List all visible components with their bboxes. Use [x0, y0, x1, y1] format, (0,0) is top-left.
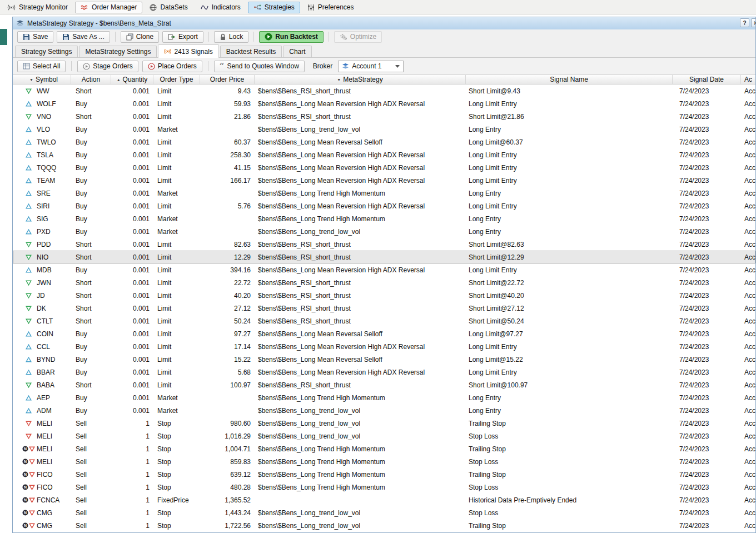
- toolbar-separator: [253, 32, 254, 42]
- order-price-cell: 859.83: [200, 458, 255, 466]
- buy-signal-icon: [26, 165, 32, 171]
- table-row[interactable]: NCMGSell1Stop1,722.56$bens\$Bens_Long_tr…: [13, 519, 755, 532]
- tab-label: Strategy Settings: [21, 48, 72, 56]
- place-orders-button[interactable]: Place Orders: [142, 61, 202, 72]
- table-row[interactable]: BBARBuy0.001Limit5.68$bens\$Bens_Long Me…: [13, 366, 755, 378]
- signal-type-icon: N: [22, 459, 34, 465]
- table-row[interactable]: TWLOBuy0.001Limit60.37$bens\$Bens_Long M…: [13, 136, 755, 148]
- lock-label: Lock: [229, 33, 243, 41]
- table-row[interactable]: TQQQBuy0.001Limit41.15$bens\$Bens_Long M…: [13, 161, 755, 174]
- lock-button[interactable]: Lock: [214, 31, 248, 43]
- column-header-quantity[interactable]: ▲Quantity: [111, 75, 153, 84]
- symbol-text: JD: [37, 292, 45, 300]
- signal-type-icon: N: [22, 446, 34, 452]
- table-row[interactable]: BYNDBuy0.001Limit15.22$bens\$Bens_Long M…: [13, 353, 755, 366]
- optimize-button[interactable]: Optimize: [334, 31, 382, 43]
- column-header-signal-name[interactable]: Signal Name: [466, 75, 673, 84]
- table-row[interactable]: MELISell1Stop980.60$bens\$Bens_Long_tren…: [13, 417, 755, 430]
- table-row[interactable]: NFICOSell1Stop480.28$bens\$Bens_Long Tre…: [13, 481, 755, 494]
- select-all-button[interactable]: Select All: [17, 61, 66, 72]
- nav-datasets[interactable]: DataSets: [144, 2, 193, 13]
- nav-order-manager[interactable]: Order Manager: [75, 2, 142, 13]
- tab-strategy-settings[interactable]: Strategy Settings: [15, 46, 78, 57]
- table-row[interactable]: SREBuy0.001Market$bens\$Bens_Long Trend …: [13, 187, 755, 200]
- nav-indicators[interactable]: Indicators: [195, 2, 246, 13]
- table-row[interactable]: WWShort0.001Limit9.43$bens\$Bens_RSI_sho…: [13, 84, 755, 97]
- nav-strategy-monitor[interactable]: Strategy Monitor: [2, 2, 73, 13]
- clone-button[interactable]: Clone: [121, 31, 159, 43]
- table-row[interactable]: BABAShort0.001Limit100.97$bens\$Bens_RSI…: [13, 378, 755, 391]
- table-row[interactable]: VNOShort0.001Limit21.86$bens\$Bens_RSI_s…: [13, 110, 755, 123]
- table-row[interactable]: NIOShort0.001Limit12.29$bens\$Bens_RSI_s…: [13, 251, 755, 263]
- table-row[interactable]: TEAMBuy0.001Limit166.17$bens\$Bens_Long …: [13, 174, 755, 187]
- table-row[interactable]: MELISell1Stop1,016.29$bens\$Bens_Long_tr…: [13, 430, 755, 442]
- symbol-cell: NMELI: [17, 458, 71, 466]
- table-row[interactable]: CTLTShort0.001Limit50.24$bens\$Bens_RSI_…: [13, 315, 755, 327]
- column-header-signal-date[interactable]: Signal Date: [673, 75, 741, 84]
- metastrategy-cell: $bens\$Bens_RSI_short_thrust: [255, 292, 466, 300]
- quantity-cell: 0.001: [111, 215, 153, 223]
- symbol-cell: NIO: [17, 253, 71, 261]
- column-header-action[interactable]: Action: [71, 75, 111, 84]
- table-row[interactable]: WOLFBuy0.001Limit59.93$bens\$Bens_Long M…: [13, 97, 755, 110]
- table-row[interactable]: SIGBuy0.001Market$bens\$Bens_Long Trend …: [13, 212, 755, 225]
- table-row[interactable]: ADMBuy0.001Market$bens\$Bens_Long_trend_…: [13, 404, 755, 417]
- help-button[interactable]: ?: [740, 18, 749, 27]
- metastrategy-cell: $bens\$Bens_Long Mean Reversion High ADX…: [255, 343, 466, 351]
- table-row[interactable]: JDShort0.001Limit40.20$bens\$Bens_RSI_sh…: [13, 289, 755, 302]
- column-header-ac[interactable]: Ac: [741, 75, 756, 84]
- symbol-cell: NFICO: [17, 471, 71, 479]
- quantity-cell: 1: [111, 496, 153, 504]
- table-row[interactable]: NMELISell1Stop1,004.71$bens\$Bens_Long T…: [13, 442, 755, 455]
- table-row[interactable]: TSLABuy0.001Limit258.30$bens\$Bens_Long …: [13, 148, 755, 161]
- table-row[interactable]: PXDBuy0.001Market$bens\$Bens_Long_trend_…: [13, 225, 755, 238]
- table-row[interactable]: COINBuy0.001Limit97.27$bens\$Bens_Long M…: [13, 327, 755, 340]
- table-row[interactable]: PDDShort0.001Limit82.63$bens\$Bens_RSI_s…: [13, 238, 755, 251]
- account-select[interactable]: Account 1: [338, 61, 404, 72]
- signal-name-cell: Trailing Stop: [466, 445, 673, 453]
- nav-strategies[interactable]: Strategies: [248, 2, 300, 13]
- column-header-metastrategy[interactable]: ▼MetaStrategy: [255, 75, 466, 84]
- table-row[interactable]: CCLBuy0.001Limit17.14$bens\$Bens_Long Me…: [13, 340, 755, 353]
- table-row[interactable]: JWNShort0.001Limit22.72$bens\$Bens_RSI_s…: [13, 276, 755, 289]
- save-as-button[interactable]: Save As ...: [57, 31, 110, 43]
- symbol-text: BYND: [37, 356, 55, 363]
- order-type-cell: Stop: [153, 509, 200, 517]
- symbol-cell: JWN: [17, 279, 71, 287]
- signal-name-cell: Trailing Stop: [466, 471, 673, 479]
- tab-signals[interactable]: 2413 Signals: [158, 44, 218, 58]
- export-button[interactable]: Export: [162, 31, 203, 43]
- nav-preferences[interactable]: Preferences: [302, 2, 360, 13]
- table-row[interactable]: SIRIBuy0.001Limit5.76$bens\$Bens_Long Me…: [13, 200, 755, 212]
- stage-orders-button[interactable]: Stage Orders: [77, 61, 138, 72]
- close-button[interactable]: ✕: [751, 18, 756, 27]
- table-row[interactable]: NCMGSell1Stop1,443.24$bens\$Bens_Long_tr…: [13, 506, 755, 519]
- metastrategy-cell: $bens\$Bens_Long Trend High Momentum: [255, 458, 466, 466]
- order-price-cell: 639.12: [200, 471, 255, 479]
- column-header-label: Signal Name: [550, 76, 588, 83]
- run-backtest-button[interactable]: Run Backtest: [259, 31, 324, 43]
- tab-metastrategy-settings[interactable]: MetaStrategy Settings: [79, 46, 157, 57]
- svg-text:N: N: [23, 498, 26, 502]
- metastrategy-cell: $bens\$Bens_RSI_short_thrust: [255, 381, 466, 389]
- order-price-cell: 480.28: [200, 484, 255, 491]
- table-row[interactable]: NFICOSell1Stop639.12$bens\$Bens_Long Tre…: [13, 468, 755, 481]
- save-button[interactable]: Save: [17, 31, 53, 43]
- quantity-cell: 0.001: [111, 305, 153, 312]
- quantity-cell: 1: [111, 458, 153, 466]
- tab-chart[interactable]: Chart: [283, 46, 311, 57]
- order-type-cell: Limit: [153, 317, 200, 325]
- column-header-order-type[interactable]: Order Type: [153, 75, 200, 84]
- table-row[interactable]: NMELISell1Stop859.83$bens\$Bens_Long Tre…: [13, 455, 755, 468]
- column-header-order-price[interactable]: Order Price: [200, 75, 255, 84]
- table-row[interactable]: DKShort0.001Limit27.12$bens\$Bens_RSI_sh…: [13, 302, 755, 315]
- table-row[interactable]: AEPBuy0.001Market$bens\$Bens_Long Trend …: [13, 391, 755, 404]
- metastrategy-cell: $bens\$Bens_Long Mean Reversion High ADX…: [255, 266, 466, 274]
- table-row[interactable]: MDBBuy0.001Limit394.16$bens\$Bens_Long M…: [13, 263, 755, 276]
- table-row[interactable]: VLOBuy0.001Market$bens\$Bens_Long_trend_…: [13, 123, 755, 136]
- signal-date-cell: 7/24/2023: [673, 368, 741, 376]
- table-row[interactable]: NFCNCASell1FixedPrice1,365.52Historical …: [13, 494, 755, 506]
- send-to-quotes-button[interactable]: “ Send to Quotes Window: [214, 61, 305, 72]
- column-header-symbol[interactable]: ▼Symbol: [17, 75, 71, 84]
- tab-backtest-results[interactable]: Backtest Results: [220, 46, 282, 57]
